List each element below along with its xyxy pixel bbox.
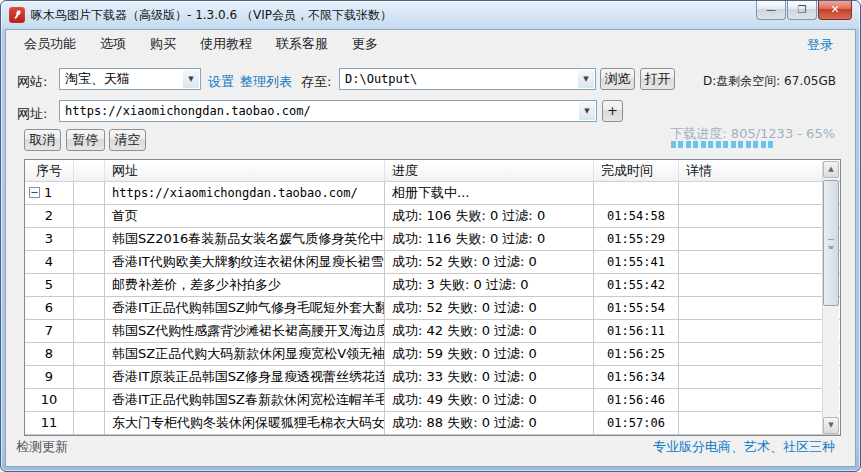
menu-contact-support[interactable]: 联系客服 (266, 31, 338, 57)
cell-detail (679, 343, 840, 365)
menu-buy[interactable]: 购买 (140, 31, 186, 57)
table-row[interactable]: 5邮费补差价，差多少补拍多少成功: 3 失败: 0 过滤: 001:55:42 (25, 274, 840, 297)
add-url-button[interactable]: + (602, 100, 623, 122)
close-button[interactable]: ✕ (818, 1, 852, 20)
cell-progress: 成功: 116 失败: 0 过滤: 0 (385, 228, 594, 250)
cell-progress: 成功: 106 失败: 0 过滤: 0 (385, 205, 594, 227)
table-row[interactable]: 9香港IT原装正品韩国SZ修身显瘦透视蕾丝绣花连...成功: 33 失败: 0 … (25, 366, 840, 389)
app-window: 啄木鸟图片下载器（高级版）- 1.3.0.6 （VIP会员，不限下载张数） — … (0, 0, 861, 472)
cell-progress: 成功: 52 失败: 0 过滤: 0 (385, 297, 594, 319)
header-icon[interactable] (74, 160, 105, 181)
organize-list-link[interactable]: 整理列表 (240, 73, 292, 91)
cell-icon (74, 343, 105, 365)
cell-detail (679, 297, 840, 319)
header-index[interactable]: 序号 (25, 160, 74, 181)
cell-index: 9 (25, 366, 74, 388)
scroll-up-icon[interactable]: ▲ (823, 161, 839, 178)
header-url[interactable]: 网址 (105, 160, 385, 181)
header-progress[interactable]: 进度 (385, 160, 594, 181)
cell-progress: 成功: 33 失败: 0 过滤: 0 (385, 366, 594, 388)
table-row[interactable]: 11东大门专柜代购冬装休闲保暖狐狸毛棉衣大码女...成功: 88 失败: 0 过… (25, 412, 840, 435)
clear-button[interactable]: 清空 (109, 129, 146, 151)
cell-progress: 成功: 42 失败: 0 过滤: 0 (385, 320, 594, 342)
client-area: 会员功能 选项 购买 使用教程 联系客服 更多 登录 网站: 淘宝、天猫 ▼ 设… (5, 29, 856, 467)
scroll-down-icon[interactable]: ▼ (823, 417, 839, 434)
vertical-scrollbar[interactable]: ▲ ▼ (822, 161, 839, 434)
cell-index: 7 (25, 320, 74, 342)
menu-more[interactable]: 更多 (342, 31, 388, 57)
cell-icon (74, 274, 105, 296)
cell-index: −1 (25, 182, 74, 204)
cell-index: 8 (25, 343, 74, 365)
site-select-value: 淘宝、天猫 (65, 69, 180, 89)
cell-finish-time: 01:55:42 (594, 274, 679, 296)
title-bar: 啄木鸟图片下载器（高级版）- 1.3.0.6 （VIP会员，不限下载张数） — … (1, 1, 860, 29)
edition-info-link[interactable]: 专业版分电商、艺术、社区三种 (653, 438, 835, 456)
maximize-button[interactable]: ❐ (787, 1, 817, 20)
save-path-combobox[interactable]: D:\Output\ ▼ (339, 68, 596, 90)
scrollbar-thumb[interactable] (823, 180, 839, 306)
cell-finish-time: 01:57:06 (594, 412, 679, 434)
table-row[interactable]: 10香港IT正品代购韩国SZ春新款休闲宽松连帽羊毛...成功: 49 失败: 0… (25, 389, 840, 412)
chevron-down-icon[interactable]: ▼ (183, 70, 199, 88)
header-detail[interactable]: 详情 (679, 160, 840, 181)
site-label: 网站: (17, 73, 47, 91)
cell-index: 3 (25, 228, 74, 250)
cell-detail (679, 412, 840, 434)
cell-detail (679, 205, 840, 227)
check-update-link[interactable]: 检测更新 (16, 438, 68, 456)
cell-progress: 成功: 49 失败: 0 过滤: 0 (385, 389, 594, 411)
header-finish-time[interactable]: 完成时间 (594, 160, 679, 181)
table-row[interactable]: 7韩国SZ代购性感露背沙滩裙长裙高腰开叉海边度...成功: 42 失败: 0 过… (25, 320, 840, 343)
url-combobox[interactable]: https://xiaomichongdan.taobao.com/ ▼ (59, 100, 597, 122)
login-link[interactable]: 登录 (807, 36, 833, 54)
cell-progress: 成功: 3 失败: 0 过滤: 0 (385, 274, 594, 296)
cancel-button[interactable]: 取消 (24, 129, 61, 151)
cell-url: 香港IT代购欧美大牌豹纹连衣裙休闲显瘦长裙雪... (105, 251, 385, 273)
window-title: 啄木鸟图片下载器（高级版）- 1.3.0.6 （VIP会员，不限下载张数） (31, 7, 392, 24)
cell-finish-time: 01:56:25 (594, 343, 679, 365)
settings-link[interactable]: 设置 (208, 73, 234, 91)
cell-detail (679, 228, 840, 250)
menu-member-functions[interactable]: 会员功能 (14, 31, 86, 57)
cell-progress: 成功: 52 失败: 0 过滤: 0 (385, 251, 594, 273)
open-button[interactable]: 打开 (640, 68, 675, 90)
cell-icon (74, 320, 105, 342)
download-progress-bar (671, 141, 775, 148)
cell-icon (74, 182, 105, 204)
cell-detail (679, 389, 840, 411)
cell-finish-time: 01:55:29 (594, 228, 679, 250)
menu-options[interactable]: 选项 (90, 31, 136, 57)
cell-progress: 成功: 59 失败: 0 过滤: 0 (385, 343, 594, 365)
chevron-down-icon[interactable]: ▼ (579, 102, 595, 120)
cell-finish-time (594, 182, 679, 204)
cell-icon (74, 251, 105, 273)
cell-index: 5 (25, 274, 74, 296)
table-row[interactable]: −1https://xiaomichongdan.taobao.com/相册下载… (25, 182, 840, 205)
cell-url: 香港IT正品代购韩国SZ春新款休闲宽松连帽羊毛... (105, 389, 385, 411)
site-select[interactable]: 淘宝、天猫 ▼ (59, 68, 201, 90)
menu-tutorial[interactable]: 使用教程 (190, 31, 262, 57)
cell-url: 韩国SZ正品代购大码新款休闲显瘦宽松V领无袖... (105, 343, 385, 365)
url-label: 网址: (17, 105, 47, 123)
table-row[interactable]: 6香港IT正品代购韩国SZ帅气修身毛呢短外套大翻...成功: 52 失败: 0 … (25, 297, 840, 320)
cell-url: https://xiaomichongdan.taobao.com/ (105, 182, 385, 204)
cell-icon (74, 205, 105, 227)
cell-icon (74, 228, 105, 250)
minimize-button[interactable]: — (756, 1, 786, 20)
table-row[interactable]: 8韩国SZ正品代购大码新款休闲显瘦宽松V领无袖...成功: 59 失败: 0 过… (25, 343, 840, 366)
table-row[interactable]: 2首页成功: 106 失败: 0 过滤: 001:54:58 (25, 205, 840, 228)
cell-finish-time: 01:54:58 (594, 205, 679, 227)
browse-button[interactable]: 浏览 (600, 68, 635, 90)
save-path-value: D:\Output\ (345, 69, 575, 89)
table-row[interactable]: 4香港IT代购欧美大牌豹纹连衣裙休闲显瘦长裙雪...成功: 52 失败: 0 过… (25, 251, 840, 274)
pause-button[interactable]: 暂停 (66, 129, 105, 151)
chevron-down-icon[interactable]: ▼ (578, 70, 594, 88)
cell-finish-time: 01:56:34 (594, 366, 679, 388)
cell-finish-time: 01:56:46 (594, 389, 679, 411)
table-row[interactable]: 3韩国SZ2016春装新品女装名媛气质修身英伦中长...成功: 116 失败: … (25, 228, 840, 251)
cell-url: 韩国SZ代购性感露背沙滩裙长裙高腰开叉海边度... (105, 320, 385, 342)
cell-index: 2 (25, 205, 74, 227)
tree-collapse-icon[interactable]: − (29, 187, 40, 198)
cell-finish-time: 01:56:11 (594, 320, 679, 342)
